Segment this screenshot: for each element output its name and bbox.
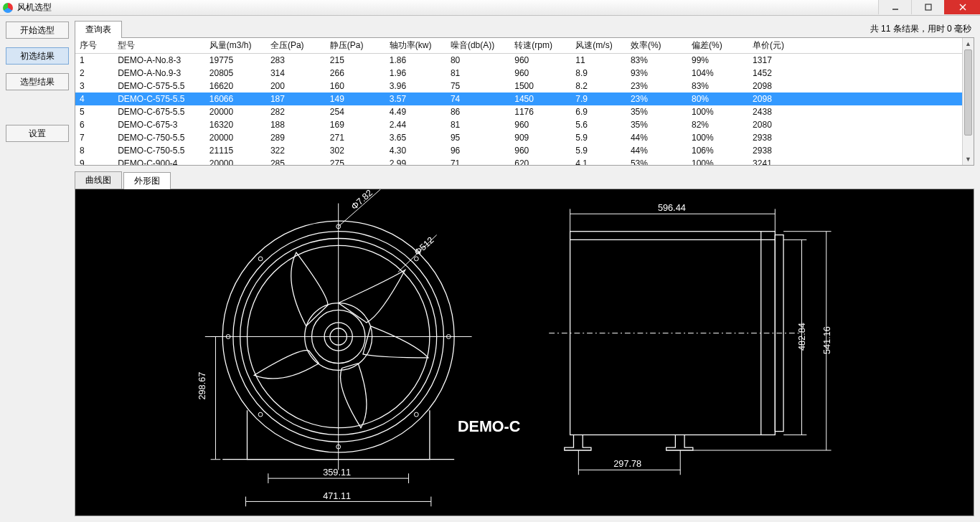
dim-w-base: 359.11 — [323, 467, 351, 478]
dim-side-h1: 482.84 — [796, 323, 807, 351]
table-row[interactable]: 4DEMO-C-575-5.5160661871493.577414507.92… — [75, 92, 962, 105]
close-button[interactable] — [944, 0, 980, 14]
column-header[interactable]: 噪音(db(A)) — [446, 38, 510, 54]
model-label: DEMO-C — [458, 418, 520, 435]
table-body[interactable]: 1DEMO-A-No.8-3197752832151.86809601183%9… — [75, 54, 962, 166]
svg-point-19 — [258, 412, 263, 417]
table-row[interactable]: 5DEMO-C-675-5.5200002822544.498611766.93… — [75, 105, 962, 118]
start-selection-button[interactable]: 开始选型 — [6, 22, 69, 39]
dim-phi2: Φ512 — [412, 234, 435, 257]
dim-phi1: Φ7.82 — [349, 189, 374, 212]
dim-side-h2: 541.16 — [821, 326, 832, 354]
dim-top-width: 596.44 — [658, 202, 686, 213]
svg-point-18 — [414, 412, 418, 417]
tab-query-table[interactable]: 查询表 — [75, 21, 122, 38]
status-text: 共 11 条结果，用时 0 毫秒 — [870, 23, 974, 37]
column-header[interactable]: 单价(元) — [748, 38, 809, 54]
column-header[interactable]: 静压(Pa) — [326, 38, 385, 54]
dim-w-total: 471.11 — [323, 490, 351, 501]
dim-side-base: 297.78 — [613, 458, 641, 469]
scroll-down-arrow[interactable]: ▼ — [963, 153, 974, 165]
column-header[interactable]: 序号 — [75, 38, 113, 54]
table-row[interactable]: 1DEMO-A-No.8-3197752832151.86809601183%9… — [75, 54, 962, 67]
titlebar: 风机选型 — [0, 0, 980, 16]
table-row[interactable]: 9DEMO-C-900-4200002852752.99716204.153%1… — [75, 157, 962, 165]
drawing-svg: 298.67 359.11 471.11 Φ7.82 Φ512 DEMO-C — [75, 189, 974, 516]
scroll-thumb[interactable] — [964, 49, 972, 136]
scroll-up-arrow[interactable]: ▲ — [963, 38, 974, 49]
drawing-pane: 298.67 359.11 471.11 Φ7.82 Φ512 DEMO-C — [75, 189, 974, 516]
svg-point-16 — [414, 257, 418, 261]
window-controls — [878, 0, 980, 14]
results-table: 序号型号风量(m3/h)全压(Pa)静压(Pa)轴功率(kw)噪音(db(A))… — [75, 38, 962, 165]
column-header[interactable]: 型号 — [113, 38, 205, 54]
column-header[interactable]: 风速(m/s) — [571, 38, 626, 54]
content-pane: 查询表 共 11 条结果，用时 0 毫秒 序号型号风量(m3/h)全压(Pa)静… — [75, 16, 980, 522]
tab-curve[interactable]: 曲线图 — [75, 171, 122, 189]
results-table-pane: 序号型号风量(m3/h)全压(Pa)静压(Pa)轴功率(kw)噪音(db(A))… — [75, 38, 974, 166]
maximize-button[interactable] — [911, 0, 944, 14]
table-header-row[interactable]: 序号型号风量(m3/h)全压(Pa)静压(Pa)轴功率(kw)噪音(db(A))… — [75, 38, 962, 54]
preliminary-results-button[interactable]: 初选结果 — [6, 47, 69, 65]
table-row[interactable]: 6DEMO-C-675-3163201881692.44819605.635%8… — [75, 118, 962, 131]
svg-point-17 — [258, 257, 263, 261]
dim-h: 298.67 — [197, 372, 207, 400]
table-row[interactable]: 2DEMO-A-No.9-3208053142661.96819608.993%… — [75, 67, 962, 80]
drawing-tabs: 曲线图 外形图 — [75, 171, 974, 189]
vertical-scrollbar[interactable]: ▲ ▼ — [962, 38, 974, 165]
column-header[interactable]: 全压(Pa) — [266, 38, 326, 54]
table-row[interactable]: 3DEMO-C-575-5.5166202001603.967515008.22… — [75, 80, 962, 92]
table-row[interactable]: 7DEMO-C-750-5.5200002892713.65959095.944… — [75, 131, 962, 144]
minimize-button[interactable] — [878, 0, 911, 14]
app-icon — [3, 3, 13, 13]
settings-button[interactable]: 设置 — [6, 125, 69, 142]
column-header[interactable]: 偏差(%) — [687, 38, 748, 54]
column-header[interactable]: 轴功率(kw) — [385, 38, 446, 54]
svg-rect-1 — [925, 4, 931, 10]
column-header[interactable]: 效率(%) — [626, 38, 687, 54]
tab-outline[interactable]: 外形图 — [123, 172, 171, 189]
column-header[interactable]: 风量(m3/h) — [205, 38, 266, 54]
table-row[interactable]: 8DEMO-C-750-5.5211153223024.30969605.944… — [75, 144, 962, 157]
sidebar: 开始选型 初选结果 选型结果 设置 — [0, 16, 75, 522]
top-tabs: 查询表 共 11 条结果，用时 0 毫秒 — [75, 20, 974, 38]
window-title: 风机选型 — [17, 1, 52, 14]
column-header[interactable]: 转速(rpm) — [510, 38, 571, 54]
selection-results-button[interactable]: 选型结果 — [6, 73, 69, 90]
